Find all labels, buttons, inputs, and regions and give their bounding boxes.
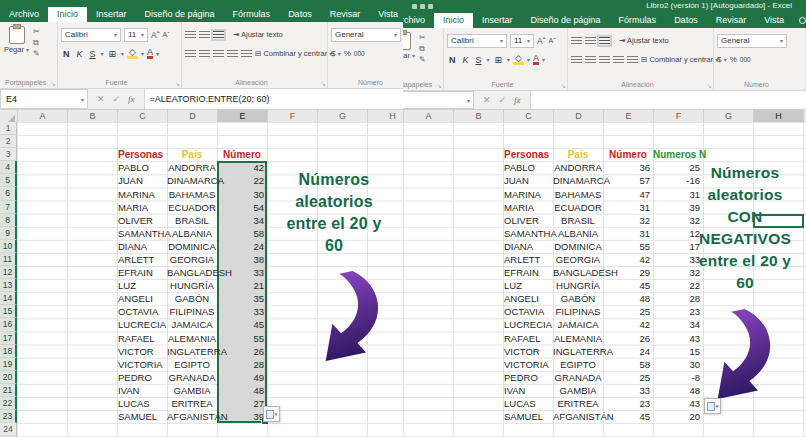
align-middle-icon[interactable] bbox=[199, 31, 210, 39]
number-cell[interactable]: 55 bbox=[217, 333, 267, 344]
person-cell[interactable]: ARLETT bbox=[117, 254, 167, 265]
row-header[interactable]: 15 bbox=[0, 305, 17, 318]
quick-access-toolbar[interactable] bbox=[412, 4, 433, 9]
country-cell[interactable]: FILIPINAS bbox=[167, 306, 217, 317]
wrap-text-button[interactable]: ⇥ Ajustar texto bbox=[619, 36, 669, 45]
number-cell[interactable]: 45 bbox=[603, 280, 653, 291]
person-cell[interactable]: VICTORIA bbox=[117, 359, 167, 370]
row-header[interactable]: 8 bbox=[0, 214, 17, 227]
number-cell[interactable]: 35 bbox=[217, 293, 267, 304]
number-cell[interactable]: 55 bbox=[603, 241, 653, 252]
number-cell[interactable]: 39 bbox=[217, 411, 267, 422]
negative-number-cell[interactable]: 28 bbox=[653, 293, 703, 304]
decrease-indent-icon[interactable] bbox=[613, 56, 624, 64]
country-cell[interactable]: GAMBIA bbox=[553, 385, 603, 396]
row-header[interactable]: 5 bbox=[0, 174, 17, 187]
person-cell[interactable]: DIANA bbox=[117, 241, 167, 252]
insert-function-icon[interactable]: fx bbox=[128, 94, 135, 104]
row-header[interactable]: 14 bbox=[0, 292, 17, 305]
ribbon-tab[interactable]: Fórmulas bbox=[224, 7, 280, 22]
number-cell[interactable]: 58 bbox=[217, 228, 267, 239]
font-size-select[interactable]: 11▾ bbox=[510, 34, 534, 48]
country-cell[interactable]: GEORGIA bbox=[553, 254, 603, 265]
header-pais[interactable]: País bbox=[167, 149, 217, 160]
number-cell[interactable]: 23 bbox=[603, 398, 653, 409]
row-header[interactable]: 3 bbox=[0, 148, 17, 161]
grow-font-button[interactable]: Aˆ bbox=[151, 30, 160, 40]
underline-button[interactable]: S bbox=[88, 49, 98, 59]
country-cell[interactable]: GRANADA bbox=[167, 372, 217, 383]
merge-center-button[interactable]: ⊟ Combinar y centrar ▾ bbox=[255, 49, 332, 58]
country-cell[interactable]: JAMAICA bbox=[167, 319, 217, 330]
ribbon-tab[interactable]: Datos bbox=[665, 13, 707, 28]
country-cell[interactable]: BANGLADESH bbox=[167, 267, 217, 278]
ribbon-tab[interactable]: Vista bbox=[369, 7, 403, 22]
number-cell[interactable]: 45 bbox=[217, 319, 267, 330]
ribbon-tab[interactable]: Datos bbox=[279, 7, 321, 22]
cut-icon[interactable]: ✂ bbox=[33, 27, 40, 36]
ribbon-tab[interactable]: Insertar bbox=[473, 13, 522, 28]
country-cell[interactable]: AFGANISTÁN bbox=[167, 411, 217, 422]
country-cell[interactable]: ANDORRA bbox=[167, 162, 217, 173]
shrink-font-button[interactable]: Aˇ bbox=[549, 37, 556, 44]
bold-button[interactable]: N bbox=[447, 55, 458, 65]
font-name-select[interactable]: Calibri▾ bbox=[61, 28, 121, 42]
number-cell[interactable]: 36 bbox=[603, 162, 653, 173]
font-size-select[interactable]: 11▾ bbox=[124, 28, 148, 42]
country-cell[interactable]: JAMAICA bbox=[553, 319, 603, 330]
dialog-launcher-icon[interactable]: ↘ bbox=[175, 81, 180, 87]
number-cell[interactable]: 31 bbox=[603, 228, 653, 239]
row-header[interactable]: 24 bbox=[0, 423, 17, 436]
borders-button[interactable]: ⊞ bbox=[493, 55, 505, 65]
header-numeros-negativos[interactable]: Numeros N bbox=[653, 149, 733, 160]
row-header[interactable]: 6 bbox=[0, 187, 17, 200]
country-cell[interactable]: ALEMANIA bbox=[167, 333, 217, 344]
comma-style-button[interactable]: 000 bbox=[740, 56, 751, 63]
country-cell[interactable]: DINAMARCA bbox=[167, 175, 217, 186]
insert-function-icon[interactable]: fx bbox=[514, 95, 521, 105]
ribbon-tab[interactable]: Diseño de página bbox=[136, 7, 224, 22]
country-cell[interactable]: INGLATERRA bbox=[553, 346, 603, 357]
fill-color-button[interactable]: ◇ bbox=[127, 48, 138, 59]
row-header[interactable]: 10 bbox=[0, 240, 17, 253]
tab-inicio-active[interactable]: Inicio bbox=[48, 7, 87, 22]
row-header[interactable]: 4 bbox=[0, 161, 17, 174]
align-top-icon[interactable] bbox=[571, 37, 582, 45]
number-cell[interactable]: 29 bbox=[603, 267, 653, 278]
row-header[interactable]: 23 bbox=[0, 410, 17, 423]
person-cell[interactable]: VICTOR bbox=[117, 346, 167, 357]
tab-inicio-active[interactable]: Inicio bbox=[434, 13, 473, 28]
number-cell[interactable]: 42 bbox=[217, 162, 267, 173]
dialog-launcher-icon[interactable]: ↘ bbox=[437, 83, 442, 89]
format-painter-icon[interactable]: ✎ bbox=[33, 49, 40, 58]
ribbon-tab[interactable]: Revisar bbox=[707, 13, 756, 28]
shrink-font-button[interactable]: Aˇ bbox=[163, 31, 170, 38]
align-left-icon[interactable] bbox=[185, 50, 196, 58]
person-cell[interactable]: ARLETT bbox=[503, 254, 553, 265]
country-cell[interactable]: INGLATERRA bbox=[167, 346, 217, 357]
person-cell[interactable]: LUZ bbox=[117, 280, 167, 291]
align-bottom-icon[interactable] bbox=[213, 31, 224, 39]
enter-icon[interactable]: ✓ bbox=[113, 94, 121, 104]
person-cell[interactable]: OCTAVIA bbox=[503, 306, 553, 317]
person-cell[interactable]: IVAN bbox=[117, 385, 167, 396]
person-cell[interactable]: SAMANTHA bbox=[117, 228, 167, 239]
person-cell[interactable]: LUCRECIA bbox=[117, 319, 167, 330]
number-cell[interactable]: 25 bbox=[603, 306, 653, 317]
align-right-icon[interactable] bbox=[599, 56, 610, 64]
country-cell[interactable]: FILIPINAS bbox=[553, 306, 603, 317]
font-color-button[interactable]: A bbox=[147, 48, 153, 59]
grow-font-button[interactable]: Aˆ bbox=[537, 36, 546, 46]
country-cell[interactable]: GEORGIA bbox=[167, 254, 217, 265]
country-cell[interactable]: EGIPTO bbox=[167, 359, 217, 370]
number-cell[interactable]: 25 bbox=[603, 372, 653, 383]
font-color-button[interactable]: A bbox=[533, 54, 539, 65]
header-numero[interactable]: Número bbox=[603, 149, 653, 160]
header-personas[interactable]: Personas bbox=[117, 149, 167, 160]
row-header[interactable]: 20 bbox=[0, 371, 17, 384]
align-middle-icon[interactable] bbox=[585, 37, 596, 45]
ribbon-tab[interactable]: Revisar bbox=[321, 7, 370, 22]
row-header[interactable]: 1 bbox=[0, 122, 17, 135]
number-cell[interactable]: 31 bbox=[603, 202, 653, 213]
copy-icon[interactable]: ⧉ bbox=[419, 44, 426, 53]
